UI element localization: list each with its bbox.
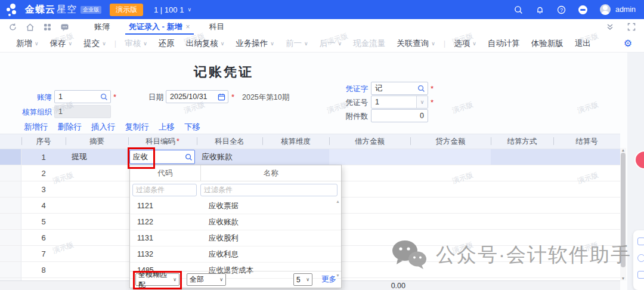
popup-row-1122[interactable]: 1122应收账款 (130, 214, 341, 230)
floating-badge[interactable] (634, 150, 644, 169)
match-mode-select[interactable]: 全模糊匹配∨ (135, 273, 179, 286)
refresh-icon[interactable] (8, 23, 17, 32)
row-selector[interactable] (0, 246, 21, 261)
toolbar-button-还原[interactable]: 还原 (159, 38, 175, 49)
chevron-down-icon[interactable]: ∨ (416, 96, 428, 108)
close-tab-icon[interactable]: × (186, 23, 190, 31)
popup-scroll-up-icon[interactable]: ▲ (336, 199, 340, 203)
collapse-toolbar-icon[interactable] (606, 23, 614, 31)
tab-账簿[interactable]: 账簿 (85, 19, 119, 35)
column-header-结算号[interactable]: 结算号 (553, 134, 620, 149)
column-header-科目编码[interactable]: 科目编码* (128, 134, 197, 149)
popup-row-1132[interactable]: 1132应收利息 (130, 246, 341, 263)
debit-cell[interactable] (329, 149, 410, 165)
row-selector[interactable] (0, 214, 21, 229)
toolbar-button-选项[interactable]: 选项∨ (454, 38, 476, 49)
summary-cell[interactable] (66, 198, 128, 213)
settle-method-cell[interactable] (491, 230, 553, 245)
column-header-科目全名[interactable]: 科目全名 (197, 134, 262, 149)
column-header-贷方金额[interactable]: 贷方金额 (410, 134, 491, 149)
summary-cell[interactable] (66, 246, 128, 261)
date-input[interactable]: 2025/10/31 (166, 90, 228, 103)
floating-side-panel[interactable] (633, 230, 644, 290)
toolbar-button-业务操作[interactable]: 业务操作∨ (236, 38, 274, 49)
toolbar-button-提交[interactable]: 提交∨ (83, 38, 106, 49)
settle-no-cell[interactable] (553, 149, 620, 165)
fullscreen-icon[interactable] (627, 23, 636, 31)
account-code-input[interactable]: 应收 (129, 150, 195, 164)
row-action-上移[interactable]: 上移 (159, 122, 175, 132)
dimension-cell[interactable] (262, 149, 329, 165)
org-book-switcher[interactable]: 1 | 100 1 ∨ (154, 5, 191, 14)
credit-cell[interactable] (410, 262, 491, 277)
row-action-插入行[interactable]: 插入行 (91, 122, 116, 132)
toolbar-button-退出[interactable]: 退出 (575, 38, 591, 49)
settle-method-cell[interactable] (491, 214, 553, 229)
tab-凭证录入 - 新增[interactable]: 凭证录入 - 新增× (119, 19, 200, 35)
row-selector[interactable] (0, 165, 21, 181)
credit-cell[interactable] (410, 230, 491, 245)
summary-cell[interactable] (66, 214, 128, 229)
summary-cell[interactable] (66, 181, 128, 197)
credit-cell[interactable] (410, 214, 491, 229)
lookup-icon[interactable] (417, 85, 425, 92)
summary-cell[interactable] (66, 165, 128, 181)
settle-no-cell[interactable] (553, 181, 620, 197)
row-action-删除行[interactable]: 删除行 (58, 122, 82, 132)
toolbar-button-自动计算[interactable]: 自动计算 (488, 38, 520, 49)
row-selector[interactable] (0, 262, 21, 277)
calendar-icon[interactable] (218, 93, 225, 101)
search-icon[interactable] (514, 5, 524, 14)
toolbar-button-体验新版[interactable]: 体验新版 (531, 38, 564, 49)
help-icon[interactable]: ? (557, 5, 566, 14)
account-name-cell[interactable]: 应收账款 (197, 149, 262, 165)
settings-gear-icon[interactable]: ⚙ (624, 38, 632, 49)
message-icon[interactable] (60, 23, 69, 32)
row-selector[interactable] (0, 230, 21, 245)
apps-grid-icon[interactable] (43, 23, 52, 32)
popup-row-1121[interactable]: 1121应收票据 (130, 198, 341, 214)
grid-vertical-scrollbar[interactable]: ▲ ▼ (620, 148, 626, 280)
lookup-icon[interactable] (185, 153, 193, 161)
tab-科目[interactable]: 科目 (200, 19, 234, 35)
book-input[interactable]: 1 (54, 90, 111, 103)
credit-cell[interactable] (410, 149, 491, 165)
settle-no-cell[interactable] (553, 246, 620, 261)
toolbar-button-关联查询[interactable]: 关联查询∨ (397, 38, 435, 49)
code-filter-input[interactable] (132, 184, 197, 196)
column-header-结算方式[interactable]: 结算方式 (491, 134, 553, 149)
user-avatar[interactable] (600, 4, 611, 15)
summary-cell[interactable] (66, 230, 128, 245)
notification-bell-icon[interactable] (535, 5, 545, 14)
scope-select[interactable]: 全部∨ (187, 273, 226, 286)
page-size-select[interactable]: 5∨ (293, 273, 312, 286)
settle-method-cell[interactable] (491, 198, 553, 213)
row-action-下移[interactable]: 下移 (184, 122, 200, 132)
settle-method-cell[interactable] (491, 262, 553, 277)
summary-cell[interactable]: 提现 (66, 149, 128, 165)
row-selector[interactable] (0, 198, 21, 213)
summary-cell[interactable] (66, 262, 128, 277)
name-filter-input[interactable] (200, 184, 338, 196)
column-header-摘要[interactable]: 摘要 (66, 134, 128, 149)
toolbar-button-新增[interactable]: 新增∨ (16, 38, 39, 49)
settle-method-cell[interactable] (491, 149, 553, 165)
credit-cell[interactable] (410, 165, 491, 181)
home-icon[interactable] (26, 23, 35, 32)
more-link[interactable]: 更多 (321, 274, 336, 285)
voucher-no-input[interactable]: 1 ∨ (371, 95, 428, 109)
toolbar-button-保存[interactable]: 保存∨ (50, 38, 73, 49)
settle-no-cell[interactable] (553, 198, 620, 213)
account-code-cell[interactable]: 应收 (128, 149, 197, 165)
attachments-input[interactable]: 0 (371, 109, 428, 122)
settle-method-cell[interactable] (491, 181, 553, 197)
user-name[interactable]: admin (615, 5, 636, 14)
column-header-借方金额[interactable]: 借方金额 (329, 134, 410, 149)
row-selector[interactable] (0, 149, 21, 165)
credit-cell[interactable] (410, 198, 491, 213)
settle-no-cell[interactable] (553, 262, 620, 277)
toolbar-button-出纳复核[interactable]: 出纳复核∨ (186, 38, 225, 49)
row-action-新增行[interactable]: 新增行 (24, 122, 48, 132)
row-action-复制行[interactable]: 复制行 (125, 122, 150, 132)
settle-no-cell[interactable] (553, 214, 620, 229)
